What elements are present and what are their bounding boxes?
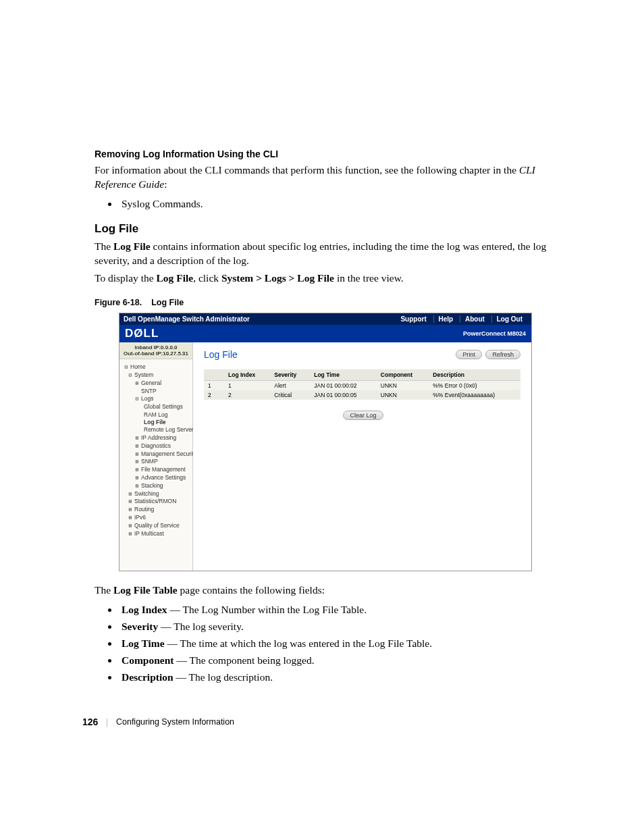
expand-icon: ⊞ (134, 483, 140, 490)
tree-log-file[interactable]: Log File (124, 419, 190, 426)
tree-advance-settings[interactable]: ⊞Advance Settings (124, 474, 190, 482)
text: To display the (95, 272, 156, 284)
cell-rownum: 1 (204, 381, 224, 391)
tree-stats-rmon[interactable]: ⊞Statistics/RMON (124, 498, 190, 506)
table-row: 2 2 Critical JAN 01 00:00:05 UNKN %% Eve… (204, 390, 520, 400)
expand-icon: ⊞ (128, 506, 133, 514)
header-buttons: Print Refresh (454, 350, 520, 359)
clear-log-wrap: Clear Log (204, 411, 520, 420)
label: Global Settings (144, 403, 183, 410)
collapse-icon: ⊟ (134, 396, 140, 403)
cell-severity: Alert (270, 381, 310, 391)
field-name: Component (122, 654, 174, 666)
expand-icon: ⊞ (134, 443, 140, 450)
label: Statistics/RMON (134, 498, 176, 504)
label: Stacking (141, 482, 163, 489)
cell-severity: Critical (270, 390, 310, 400)
print-button[interactable]: Print (456, 350, 482, 359)
expand-icon: ⊞ (134, 475, 140, 482)
bold-log-file-table: Log File Table (113, 584, 178, 596)
cell-description: %% Event(0xaaaaaaaa) (429, 390, 520, 400)
log-table: Log Index Severity Log Time Component De… (204, 369, 520, 400)
figure-title: Log File (151, 298, 184, 307)
footer-section: Configuring System Information (116, 717, 234, 727)
tree-ip-addressing[interactable]: ⊞IP Addressing (124, 434, 190, 442)
figure-number: Figure 6-18. (95, 298, 142, 307)
tree-routing[interactable]: ⊞Routing (124, 506, 190, 514)
tree-system[interactable]: ⊟System (124, 371, 190, 380)
page-number: 126 (82, 716, 98, 727)
col-blank (204, 369, 224, 381)
sidebar: Inband IP:0.0.0.0 Out-of-band IP:10.27.5… (119, 342, 193, 571)
tree-stacking[interactable]: ⊞Stacking (124, 482, 190, 490)
text: in the tree view. (334, 272, 404, 284)
tree-switching[interactable]: ⊞Switching (124, 490, 190, 498)
field-name: Description (122, 671, 173, 683)
label: Logs (141, 395, 153, 402)
tree-ip-multicast[interactable]: ⊞IP Multicast (124, 530, 190, 538)
field-desc: — The log severity. (158, 621, 244, 632)
text: For information about the CLI commands t… (95, 164, 519, 176)
expand-icon: ⊞ (128, 523, 133, 530)
tree-ram-log[interactable]: RAM Log (124, 411, 190, 419)
label: SNMP (141, 458, 158, 465)
paragraph-logfile-desc: The Log File contains information about … (95, 240, 549, 268)
cell-index: 2 (224, 390, 270, 400)
label: IP Multicast (134, 530, 164, 537)
tree-logs[interactable]: ⊟Logs (124, 395, 190, 403)
field-description: Description — The log description. (119, 669, 549, 686)
bold-log-file-2: Log File (156, 272, 193, 284)
ip-info-box: Inband IP:0.0.0.0 Out-of-band IP:10.27.5… (119, 342, 192, 359)
label: Home (130, 363, 146, 370)
tree-qos[interactable]: ⊞Quality of Service (124, 522, 190, 530)
tree-general[interactable]: ⊞General (124, 380, 190, 388)
logout-link[interactable]: Log Out (491, 315, 527, 323)
app-body: Inband IP:0.0.0.0 Out-of-band IP:10.27.5… (119, 342, 531, 571)
label: Routing (134, 506, 154, 513)
text: , click (193, 272, 221, 284)
field-desc: — The component being logged. (174, 654, 315, 666)
about-link[interactable]: About (460, 315, 489, 323)
tree-sntp[interactable]: SNTP (124, 388, 190, 395)
clear-log-button[interactable]: Clear Log (343, 411, 383, 420)
tree-ipv6[interactable]: ⊞IPv6 (124, 514, 190, 522)
expand-icon: ⊞ (134, 435, 140, 442)
expand-icon: ⊞ (134, 467, 140, 474)
tree-home[interactable]: ⊟Home (124, 363, 190, 371)
page-title: Log File (204, 349, 238, 360)
paragraph-cli-info: For information about the CLI commands t… (95, 163, 549, 192)
tree-file-mgmt[interactable]: ⊞File Management (124, 466, 190, 474)
text: contains information about specific log … (95, 240, 546, 266)
footer-separator: | (106, 716, 108, 727)
cell-description: %% Error 0 (0x0) (429, 381, 520, 391)
cell-time: JAN 01 00:00:02 (310, 381, 377, 391)
bullet-list: Syslog Commands. (119, 196, 549, 213)
label: Diagnostics (141, 442, 171, 449)
tree-diagnostics[interactable]: ⊞Diagnostics (124, 442, 190, 450)
field-desc: — The log description. (173, 671, 273, 683)
label: General (141, 380, 161, 386)
tree-remote-log-server[interactable]: Remote Log Server (124, 426, 190, 434)
tree-global-settings[interactable]: Global Settings (124, 403, 190, 411)
field-log-index: Log Index — The Log Number within the Lo… (119, 602, 549, 619)
col-log-time: Log Time (310, 369, 377, 381)
document-page: Removing Log Information Using the CLI F… (0, 0, 644, 834)
col-log-index: Log Index (224, 369, 270, 381)
col-component: Component (377, 369, 429, 381)
refresh-button[interactable]: Refresh (485, 350, 520, 359)
product-name: PowerConnect M8024 (463, 330, 526, 337)
collapse-icon: ⊟ (128, 372, 133, 380)
text: The (95, 240, 113, 252)
tree-mgmt-security[interactable]: ⊞Management Security (124, 450, 190, 459)
expand-icon: ⊞ (128, 498, 133, 506)
expand-icon: ⊞ (134, 380, 140, 388)
collapse-icon: ⊟ (124, 364, 129, 371)
titlebar-links: Support Help About Log Out (396, 315, 527, 323)
tree-snmp[interactable]: ⊞SNMP (124, 458, 190, 466)
text: : (164, 178, 167, 190)
outofband-ip: Out-of-band IP:10.27.5.31 (122, 350, 190, 357)
label: System (134, 371, 153, 378)
support-link[interactable]: Support (396, 315, 431, 323)
label: Quality of Service (134, 522, 180, 529)
help-link[interactable]: Help (433, 315, 458, 323)
